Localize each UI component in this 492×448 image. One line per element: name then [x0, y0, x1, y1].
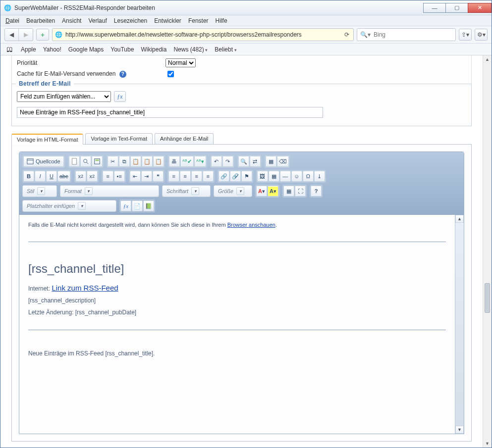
- source-button[interactable]: Quellcode: [23, 156, 64, 167]
- specialchar-button[interactable]: Ω: [303, 171, 314, 182]
- preview-button[interactable]: [80, 156, 91, 167]
- maximize-button[interactable]: ⛶: [295, 186, 306, 197]
- close-button[interactable]: ✕: [468, 3, 492, 13]
- font-combo[interactable]: Schriftart▾: [162, 185, 211, 197]
- bullet-list-button[interactable]: •≡: [114, 171, 125, 182]
- pagebreak-button[interactable]: ⤓: [314, 171, 325, 182]
- help-icon[interactable]: ?: [119, 71, 126, 78]
- strike-button[interactable]: abc: [57, 171, 70, 182]
- removeformat-button[interactable]: ⌫: [277, 156, 289, 167]
- new-tab-button[interactable]: ＋: [36, 29, 49, 41]
- replace-button[interactable]: ⇄: [250, 156, 261, 167]
- scroll-down-icon[interactable]: ▼: [455, 426, 464, 434]
- superscript-button[interactable]: x2: [87, 171, 98, 182]
- rss-feed-link[interactable]: Link zum RSS-Feed: [52, 284, 118, 292]
- undo-button[interactable]: ↶: [211, 156, 222, 167]
- url-bar[interactable]: 🌐 ⟳: [52, 28, 354, 41]
- editor-body[interactable]: Falls die E-Mail nicht korrekt dargestel…: [19, 215, 455, 434]
- bookmark-item[interactable]: Google Maps: [68, 46, 104, 53]
- bookmarks-icon[interactable]: 🕮: [6, 46, 13, 53]
- align-right-button[interactable]: ≡: [191, 171, 202, 182]
- share-button[interactable]: ⇪▾: [459, 29, 472, 41]
- about-button[interactable]: ?: [311, 186, 322, 197]
- fx-insert-button[interactable]: ƒx: [120, 200, 131, 211]
- forward-button[interactable]: ▶: [19, 29, 33, 41]
- tab-attachments[interactable]: Anhänge der E-Mail: [155, 133, 214, 144]
- selectall-button[interactable]: ▦: [266, 156, 276, 167]
- redo-button[interactable]: ↷: [222, 156, 233, 167]
- italic-button[interactable]: I: [35, 171, 46, 182]
- bookmark-item-news[interactable]: News (482): [173, 46, 208, 53]
- insert-sheet-button[interactable]: 📗: [143, 200, 154, 211]
- bookmark-item[interactable]: YouTube: [110, 46, 134, 53]
- spellcheck-button[interactable]: ᴬᴮ✔: [180, 156, 194, 167]
- indent-button[interactable]: ⇥: [141, 171, 152, 182]
- align-left-button[interactable]: ≡: [168, 171, 179, 182]
- insert-doc-button[interactable]: 📄: [132, 200, 143, 211]
- scroll-thumb[interactable]: [485, 283, 490, 313]
- scroll-up-icon[interactable]: ▲: [455, 215, 464, 223]
- browser-view-link[interactable]: Browser anschauen: [227, 222, 275, 228]
- cut-button[interactable]: ✂: [108, 156, 118, 167]
- page-scrollbar[interactable]: ▲ ▼: [483, 55, 492, 448]
- style-combo[interactable]: Stil▾: [22, 185, 57, 197]
- table-button[interactable]: ▦: [269, 171, 279, 182]
- format-combo[interactable]: Format▾: [60, 185, 159, 197]
- fx-button[interactable]: ƒx: [114, 91, 126, 102]
- print-button[interactable]: 🖶: [169, 156, 180, 167]
- bold-button[interactable]: B: [23, 171, 34, 182]
- find-button[interactable]: 🔍: [238, 156, 249, 167]
- subscript-button[interactable]: x2: [75, 171, 86, 182]
- menu-ansicht[interactable]: Ansicht: [62, 17, 81, 24]
- link-button[interactable]: 🔗: [219, 171, 229, 182]
- priority-select[interactable]: Normal: [165, 58, 196, 67]
- tab-text[interactable]: Vorlage im Text-Format: [85, 133, 153, 144]
- smiley-button[interactable]: ☺: [291, 171, 302, 182]
- url-input[interactable]: [64, 31, 340, 39]
- align-center-button[interactable]: ≡: [180, 171, 191, 182]
- menu-lesezeichen[interactable]: Lesezeichen: [114, 17, 147, 24]
- minimize-button[interactable]: —: [423, 3, 446, 13]
- cache-checkbox[interactable]: [167, 71, 174, 77]
- copy-button[interactable]: ⧉: [119, 156, 130, 167]
- search-input[interactable]: [373, 31, 452, 39]
- paste-text-button[interactable]: 📋: [142, 156, 153, 167]
- menu-bearbeiten[interactable]: Bearbeiten: [26, 17, 55, 24]
- bookmark-item[interactable]: Wikipedia: [141, 46, 166, 53]
- menu-hilfe[interactable]: Hilfe: [216, 17, 227, 24]
- editor-scrollbar[interactable]: ▲ ▼: [455, 215, 464, 434]
- textcolor-button[interactable]: A▾: [256, 186, 267, 197]
- paste-button[interactable]: 📋: [130, 156, 141, 167]
- menu-fenster[interactable]: Fenster: [188, 17, 209, 24]
- templates-button[interactable]: [92, 156, 103, 167]
- bookmark-item-beliebt[interactable]: Beliebt: [215, 46, 236, 53]
- menu-datei[interactable]: Datei: [5, 17, 19, 24]
- image-button[interactable]: 🖼: [257, 171, 268, 182]
- blockquote-button[interactable]: ❝: [153, 171, 164, 182]
- bookmark-item[interactable]: Apple: [21, 46, 36, 53]
- bookmark-item[interactable]: Yahoo!: [43, 46, 61, 53]
- gear-button[interactable]: ⚙▾: [475, 29, 488, 41]
- showblocks-button[interactable]: ▦: [283, 186, 294, 197]
- back-button[interactable]: ◀: [5, 29, 19, 41]
- outdent-button[interactable]: ⇤: [130, 171, 141, 182]
- unlink-button[interactable]: 🔗̸: [230, 171, 241, 182]
- anchor-button[interactable]: ⚑: [241, 171, 252, 182]
- numbered-list-button[interactable]: ≡: [103, 171, 113, 182]
- size-combo[interactable]: Größe▾: [214, 185, 252, 197]
- menu-entwickler[interactable]: Entwickler: [154, 17, 181, 24]
- search-box[interactable]: 🔍▾: [357, 28, 456, 41]
- menu-verlauf[interactable]: Verlauf: [88, 17, 107, 24]
- placeholder-combo[interactable]: Platzhalter einfügen▾: [22, 200, 116, 212]
- tab-html[interactable]: Vorlage im HTML-Format: [11, 134, 83, 145]
- insert-field-select[interactable]: Feld zum Einfügen wählen...: [17, 91, 111, 102]
- scroll-down-icon[interactable]: ▼: [483, 440, 492, 448]
- paste-word-button[interactable]: 📋: [153, 156, 164, 167]
- newpage-button[interactable]: [69, 156, 80, 167]
- align-justify-button[interactable]: ≡: [203, 171, 214, 182]
- maximize-button[interactable]: ▢: [445, 3, 468, 13]
- underline-button[interactable]: U: [46, 171, 57, 182]
- scroll-up-icon[interactable]: ▲: [483, 55, 492, 63]
- reload-button[interactable]: ⟳: [342, 31, 351, 38]
- hr-button[interactable]: ―: [280, 171, 291, 182]
